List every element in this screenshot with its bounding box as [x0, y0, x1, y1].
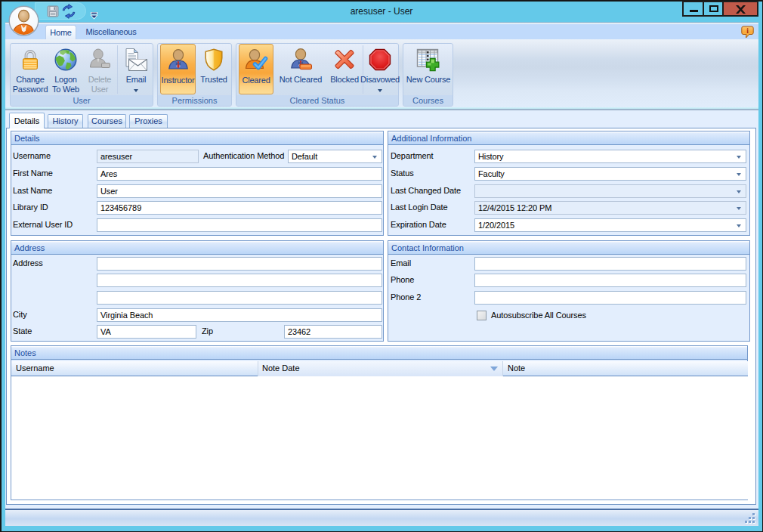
svg-text:i: i — [746, 27, 749, 35]
